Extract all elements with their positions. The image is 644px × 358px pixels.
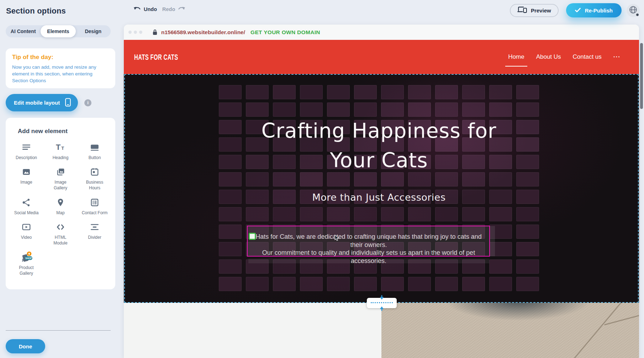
hero-tile (273, 207, 296, 221)
element-item-label: Divider (88, 235, 101, 240)
section-options-panel: Section options AI Content Elements Desi… (0, 0, 116, 358)
hero-tile (408, 85, 431, 99)
lock-icon (153, 29, 157, 35)
hero-tile (516, 277, 539, 291)
hero-tile (300, 277, 323, 291)
hero-tile (462, 102, 485, 117)
element-item-product-gallery[interactable]: SHOPProduct Gallery (9, 252, 43, 276)
element-item-label: Product Gallery (13, 265, 39, 276)
video-icon (22, 222, 31, 232)
tab-design[interactable]: Design (76, 25, 111, 37)
canvas-scrollbar[interactable] (640, 43, 643, 109)
hero-tile (246, 102, 269, 117)
hero-tile (354, 85, 377, 99)
hero-tile (354, 102, 377, 117)
element-item-business-hours[interactable]: Business Hours (78, 167, 112, 191)
heading-icon: TT (56, 142, 65, 153)
site-nav: HomeAbout UsContact us... (508, 40, 621, 74)
hero-tile (381, 277, 404, 291)
nav-item-more[interactable]: ... (613, 52, 621, 59)
image-gallery-icon (56, 167, 65, 177)
hero-heading-line1: Crafting Happiness for (219, 116, 539, 146)
sidebar-divider (6, 330, 111, 331)
element-item-video[interactable]: Video (9, 222, 43, 246)
nav-item-contact-us[interactable]: Contact us (573, 53, 602, 60)
nav-item-about-us[interactable]: About Us (536, 53, 561, 60)
edit-mobile-layout-button[interactable]: Edit mobile layout (6, 94, 78, 111)
element-item-label: Image (20, 179, 32, 185)
element-item-divider[interactable]: Divider (78, 222, 112, 246)
hero-tile (408, 207, 431, 221)
hero-tile (327, 85, 350, 99)
element-item-contact-form[interactable]: Contact Form (78, 197, 112, 216)
phone-icon (65, 98, 71, 108)
tab-elements[interactable]: Elements (41, 25, 75, 37)
hero-tile (462, 277, 485, 291)
language-globe-button[interactable] (627, 4, 640, 17)
get-your-own-domain-link[interactable]: GET YOUR OWN DOMAIN (250, 29, 320, 36)
business-hours-icon (90, 167, 99, 177)
done-button[interactable]: Done (6, 339, 45, 353)
check-icon (575, 7, 581, 14)
hero-tile (300, 85, 323, 99)
republish-label: Re-Publish (585, 7, 613, 14)
undo-label: Undo (144, 6, 157, 12)
next-section-left[interactable] (124, 303, 381, 358)
hero-paragraph[interactable]: Hats for Cats, we are dedicated to craft… (249, 233, 488, 265)
element-item-label: Video (21, 235, 32, 240)
social-media-icon (22, 197, 31, 208)
element-item-label: Contact Form (82, 210, 108, 216)
hero-tile (408, 277, 431, 291)
element-drag-handle[interactable] (249, 233, 256, 240)
element-item-image[interactable]: Image (9, 167, 43, 191)
divider-icon (90, 222, 99, 232)
element-item-label: Image Gallery (47, 179, 74, 191)
hero-tile (489, 102, 512, 117)
republish-button[interactable]: Re-Publish (566, 3, 622, 17)
element-item-description[interactable]: Description (9, 142, 43, 160)
hero-subheading[interactable]: More than Just Accessories (219, 192, 539, 203)
nav-item-home[interactable]: Home (508, 53, 524, 60)
hero-tile (462, 85, 485, 99)
element-item-label: HTML Module (47, 235, 74, 246)
site-url[interactable]: n1566589.websitebuilder.online/ (161, 29, 245, 36)
hero-heading[interactable]: Crafting Happiness for Your Cats (219, 116, 539, 175)
edit-mobile-row: Edit mobile layout i (6, 94, 91, 111)
hero-tile (462, 207, 485, 221)
hero-tile (381, 207, 404, 221)
element-item-heading[interactable]: TTHeading (43, 142, 78, 160)
hero-tile (435, 277, 458, 291)
tab-ai-content[interactable]: AI Content (6, 25, 41, 37)
hero-tile (273, 277, 296, 291)
section-resize-handle[interactable] (367, 298, 397, 308)
preview-button[interactable]: Preview (510, 4, 559, 17)
floor-seam (566, 303, 622, 358)
redo-button[interactable]: Redo (162, 6, 185, 12)
undo-button[interactable]: Undo (133, 6, 157, 12)
arrow-down-icon (380, 295, 384, 300)
hero-tile (219, 207, 242, 221)
redo-label: Redo (162, 6, 175, 12)
map-icon (56, 197, 65, 208)
hero-tile (516, 102, 539, 117)
browser-dots (128, 31, 142, 34)
hero-tile (219, 277, 242, 291)
site-logo[interactable]: HATS FOR CATS (134, 53, 178, 62)
hero-paragraph-line2: Our commitment to quality and individual… (249, 249, 488, 265)
element-item-map[interactable]: Map (43, 197, 78, 216)
hero-tile (246, 277, 269, 291)
hero-tile (300, 102, 323, 117)
element-item-button[interactable]: Button (78, 142, 112, 160)
hero-tile (489, 207, 512, 221)
hero-section[interactable]: Crafting Happiness for Your Cats More th… (124, 74, 639, 303)
element-item-social-media[interactable]: Social Media (9, 197, 43, 216)
element-item-image-gallery[interactable]: Image Gallery (43, 167, 78, 191)
next-section-photo[interactable] (381, 303, 639, 358)
element-item-html-module[interactable]: HTML Module (43, 222, 78, 246)
element-item-label: Heading (53, 155, 69, 160)
info-icon[interactable]: i (84, 99, 91, 106)
hero-tile (354, 207, 377, 221)
element-item-label: Map (56, 210, 64, 216)
hero-tile (219, 225, 242, 239)
edit-mobile-layout-label: Edit mobile layout (14, 100, 60, 106)
